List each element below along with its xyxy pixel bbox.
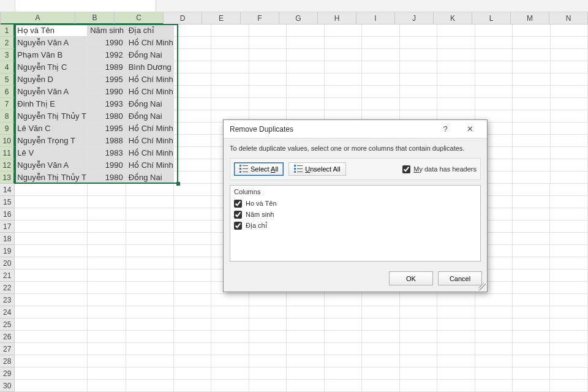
column-item-checkbox[interactable] [234,211,242,219]
name-box-area[interactable] [15,0,156,12]
cell-D10[interactable] [174,135,211,147]
cell-G24[interactable] [287,306,324,318]
row-header-5[interactable]: 5 [0,74,15,86]
cell-I4[interactable] [362,61,399,74]
row-header-18[interactable]: 18 [0,233,15,245]
cell-N23[interactable] [550,294,587,306]
row-header-30[interactable]: 30 [0,380,15,392]
cell-H7[interactable] [325,98,362,110]
cell-K4[interactable] [437,61,475,74]
cell-I5[interactable] [362,74,399,86]
cell-A22[interactable] [15,282,88,294]
cell-F2[interactable] [249,37,287,49]
row-header-22[interactable]: 22 [0,282,15,294]
cell-M25[interactable] [513,318,550,331]
cell-C16[interactable] [126,208,174,221]
cell-N9[interactable] [551,123,588,135]
cell-D12[interactable] [174,159,211,172]
cell-A24[interactable] [15,306,88,318]
row-header-16[interactable]: 16 [0,208,15,221]
cell-K3[interactable] [437,49,475,61]
cell-D15[interactable] [174,196,211,208]
cell-A2[interactable]: Nguyễn Văn A [15,37,88,49]
cell-M10[interactable] [513,135,550,147]
cell-D27[interactable] [174,343,211,355]
row-header-28[interactable]: 28 [0,355,15,368]
cell-K23[interactable] [437,294,475,306]
cell-K27[interactable] [437,343,475,355]
cell-I27[interactable] [362,343,399,355]
cell-J2[interactable] [400,37,437,49]
cell-N25[interactable] [550,318,587,331]
dialog-titlebar[interactable]: Remove Duplicates ? ✕ [224,120,487,138]
cell-N22[interactable] [550,282,587,294]
column-item-checkbox[interactable] [234,200,242,208]
cell-K1[interactable] [437,24,475,37]
cell-I26[interactable] [362,331,399,343]
cell-F25[interactable] [249,318,287,331]
select-all-button[interactable]: Select All [234,162,284,176]
column-header-K[interactable]: K [434,12,472,24]
cell-N1[interactable] [551,24,588,37]
cell-C19[interactable] [126,245,174,257]
cell-C26[interactable] [126,331,174,343]
cell-B1[interactable]: Năm sinh [88,24,126,37]
cell-D4[interactable] [174,61,211,74]
column-header-J[interactable]: J [395,12,434,24]
cell-E26[interactable] [211,331,249,343]
cell-D25[interactable] [174,318,211,331]
cell-D23[interactable] [174,294,211,306]
cell-J7[interactable] [400,98,437,110]
cell-L5[interactable] [475,74,513,86]
cell-B9[interactable]: 1995 [88,123,126,135]
cell-L2[interactable] [475,37,513,49]
cell-J4[interactable] [400,61,437,74]
cell-L28[interactable] [475,355,513,368]
cell-C27[interactable] [126,343,174,355]
cell-N30[interactable] [550,380,587,392]
column-header-F[interactable]: F [241,12,279,24]
cell-M6[interactable] [513,86,550,98]
cell-D14[interactable] [174,184,211,196]
cell-J1[interactable] [400,24,437,37]
row-header-15[interactable]: 15 [0,196,15,208]
column-header-B[interactable]: B [75,12,115,24]
cell-D29[interactable] [174,368,211,380]
cell-I23[interactable] [362,294,399,306]
cell-A1[interactable]: Họ và Tên [15,24,88,37]
cell-N2[interactable] [551,37,588,49]
cell-B20[interactable] [88,257,126,270]
cell-L7[interactable] [475,98,513,110]
cell-N11[interactable] [551,147,588,159]
dialog-help-button[interactable]: ? [433,121,458,138]
cell-N26[interactable] [550,331,587,343]
cell-C13[interactable]: Đồng Nai [126,172,174,184]
cell-B19[interactable] [88,245,126,257]
cell-K26[interactable] [437,331,475,343]
cell-F4[interactable] [249,61,287,74]
cell-G2[interactable] [287,37,324,49]
cell-D7[interactable] [174,98,211,110]
cell-A26[interactable] [15,331,88,343]
cell-M9[interactable] [513,123,550,135]
column-header-C[interactable]: C [115,12,164,24]
cell-D30[interactable] [174,380,211,392]
cell-B30[interactable] [88,380,126,392]
cell-E28[interactable] [211,355,249,368]
cell-F3[interactable] [249,49,287,61]
cell-B25[interactable] [88,318,126,331]
cell-L25[interactable] [475,318,513,331]
cell-A27[interactable] [15,343,88,355]
column-header-H[interactable]: H [318,12,356,24]
cell-C22[interactable] [126,282,174,294]
cell-A17[interactable] [15,221,88,233]
cell-D6[interactable] [174,86,211,98]
cell-C20[interactable] [126,257,174,270]
cell-L30[interactable] [475,380,513,392]
cell-A14[interactable] [15,184,88,196]
cell-L3[interactable] [475,49,513,61]
cell-L27[interactable] [475,343,513,355]
cell-C9[interactable]: Hồ Chí Minh [126,123,174,135]
cell-L29[interactable] [475,368,513,380]
cell-B4[interactable]: 1989 [88,61,126,74]
